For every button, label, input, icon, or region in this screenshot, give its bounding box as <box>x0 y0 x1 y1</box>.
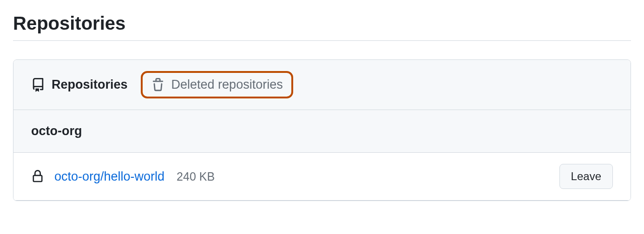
tab-deleted-highlight: Deleted repositories <box>141 71 293 98</box>
tab-deleted-repositories[interactable]: Deleted repositories <box>151 78 283 92</box>
trash-icon <box>151 78 165 92</box>
page-title: Repositories <box>13 13 631 41</box>
repo-link[interactable]: octo-org/hello-world <box>54 169 164 184</box>
repo-row: octo-org/hello-world 240 KB Leave <box>13 153 631 201</box>
leave-button[interactable]: Leave <box>559 164 613 189</box>
tab-repositories-label: Repositories <box>52 78 128 92</box>
org-header: octo-org <box>13 110 631 153</box>
lock-icon <box>31 170 44 183</box>
tab-deleted-label: Deleted repositories <box>171 78 283 92</box>
repositories-panel: Repositories Deleted repositories octo-o… <box>13 59 631 201</box>
repo-row-left: octo-org/hello-world 240 KB <box>31 169 215 184</box>
tab-repositories[interactable]: Repositories <box>31 78 128 92</box>
repo-size: 240 KB <box>177 170 215 183</box>
tabs-header: Repositories Deleted repositories <box>13 60 631 110</box>
repo-icon <box>31 78 45 92</box>
